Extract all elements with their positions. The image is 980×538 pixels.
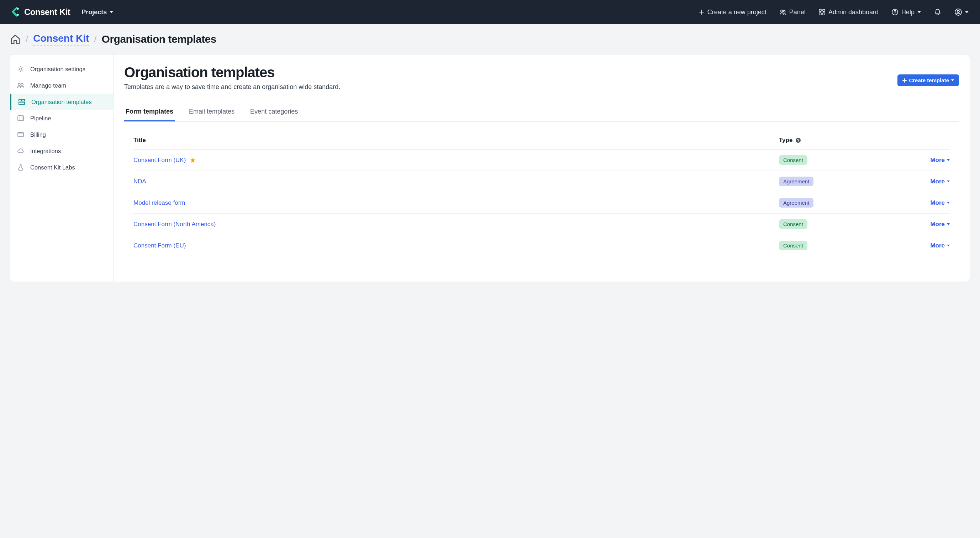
- logo-icon: [10, 7, 21, 18]
- chevron-down-icon: [110, 11, 113, 13]
- col-header-title: Title: [134, 137, 779, 144]
- sidebar-item-manage-team[interactable]: Manage team: [10, 77, 113, 94]
- sidebar-item-integrations[interactable]: Integrations: [10, 143, 113, 159]
- table-body: Consent Form (UK)ConsentMore NDAAgreemen…: [134, 150, 950, 256]
- chevron-down-icon: [947, 180, 950, 182]
- sidebar: Organisation settingsManage teamOrganisa…: [10, 54, 113, 282]
- brand-logo[interactable]: Consent Kit: [10, 7, 70, 18]
- svg-point-3: [783, 10, 785, 12]
- templates-table: Title Type ? Consent Form (UK)ConsentMor…: [134, 134, 950, 256]
- chevron-down-icon: [947, 159, 950, 161]
- svg-rect-15: [19, 99, 21, 101]
- type-badge: Agreement: [779, 177, 813, 186]
- plus-icon: [699, 9, 705, 15]
- col-header-actions: [907, 137, 950, 144]
- breadcrumb-current: Organisation templates: [102, 33, 216, 45]
- layout-icon: [18, 98, 25, 106]
- create-template-button[interactable]: Create template: [897, 74, 959, 86]
- more-menu[interactable]: More: [907, 221, 950, 228]
- card-icon: [17, 131, 25, 139]
- table-header: Title Type ?: [134, 134, 950, 150]
- svg-point-0: [17, 8, 19, 10]
- template-link[interactable]: NDA: [134, 178, 146, 185]
- type-badge: Consent: [779, 241, 807, 250]
- template-link[interactable]: Consent Form (EU): [134, 242, 186, 249]
- svg-point-9: [895, 14, 895, 14]
- sidebar-item-consent-kit-labs[interactable]: Consent Kit Labs: [10, 159, 113, 176]
- svg-rect-4: [819, 9, 821, 11]
- template-link[interactable]: Consent Form (UK): [134, 156, 186, 164]
- nav-create-project[interactable]: Create a new project: [697, 6, 768, 18]
- more-menu[interactable]: More: [907, 200, 950, 206]
- table-row: Consent Form (UK)ConsentMore: [134, 150, 950, 171]
- plus-icon: [902, 78, 907, 83]
- chevron-down-icon: [947, 244, 950, 246]
- sidebar-item-label: Consent Kit Labs: [30, 164, 75, 171]
- nav-panel[interactable]: Panel: [778, 6, 807, 18]
- home-icon[interactable]: [10, 34, 21, 45]
- svg-point-1: [17, 14, 19, 16]
- page-subtitle: Templates are a way to save time and cre…: [124, 83, 340, 91]
- main-content: Organisation templates Templates are a w…: [113, 54, 970, 282]
- svg-rect-16: [22, 99, 25, 101]
- sidebar-item-label: Integrations: [30, 148, 61, 155]
- flask-icon: [17, 163, 25, 171]
- sidebar-item-label: Organisation settings: [30, 66, 85, 73]
- table-row: Model release formAgreementMore: [134, 192, 950, 214]
- type-badge: Consent: [779, 219, 807, 229]
- page-header: Organisation templates Templates are a w…: [124, 62, 959, 94]
- nav-help[interactable]: Help: [890, 6, 922, 18]
- sidebar-item-billing[interactable]: Billing: [10, 126, 113, 143]
- breadcrumb-separator: /: [25, 34, 28, 45]
- users-icon: [779, 8, 786, 16]
- page-card: Organisation settingsManage teamOrganisa…: [10, 54, 970, 282]
- star-icon: [190, 157, 196, 163]
- nav-account[interactable]: [953, 6, 970, 18]
- svg-point-13: [18, 83, 20, 85]
- svg-point-14: [21, 83, 23, 85]
- columns-icon: [17, 114, 25, 122]
- col-header-type: Type ?: [779, 137, 907, 144]
- chevron-down-icon: [947, 223, 950, 225]
- sidebar-item-label: Organisation templates: [31, 99, 92, 105]
- tab-form-templates[interactable]: Form templates: [124, 104, 175, 121]
- sidebar-item-organisation-templates[interactable]: Organisation templates: [10, 94, 113, 110]
- tab-email-templates[interactable]: Email templates: [188, 104, 236, 121]
- svg-rect-18: [18, 116, 24, 121]
- table-row: NDAAgreementMore: [134, 171, 950, 192]
- svg-text:?: ?: [797, 138, 800, 142]
- sidebar-item-label: Billing: [30, 131, 46, 138]
- help-icon: [891, 8, 899, 16]
- more-menu[interactable]: More: [907, 156, 950, 164]
- table-row: Consent Form (EU)ConsentMore: [134, 235, 950, 256]
- sidebar-item-label: Manage team: [30, 82, 66, 89]
- sidebar-item-organisation-settings[interactable]: Organisation settings: [10, 61, 113, 77]
- more-menu[interactable]: More: [907, 178, 950, 185]
- svg-rect-5: [823, 9, 825, 11]
- type-badge: Consent: [779, 155, 807, 165]
- more-menu[interactable]: More: [907, 242, 950, 249]
- topnav: Consent Kit Projects Create a new projec…: [0, 0, 980, 24]
- brand-text: Consent Kit: [24, 7, 70, 17]
- breadcrumb: / Consent Kit / Organisation templates: [0, 24, 980, 48]
- bell-icon: [934, 8, 942, 16]
- nav-notifications[interactable]: [932, 6, 943, 18]
- table-row: Consent Form (North America)ConsentMore: [134, 214, 950, 235]
- grid-icon: [818, 8, 826, 16]
- cloud-icon: [17, 147, 25, 155]
- breadcrumb-org[interactable]: Consent Kit: [33, 33, 89, 46]
- tab-event-categories[interactable]: Event categories: [249, 104, 299, 121]
- help-icon[interactable]: ?: [795, 137, 801, 143]
- svg-rect-6: [819, 13, 821, 15]
- chevron-down-icon: [965, 11, 969, 13]
- nav-admin[interactable]: Admin dashboard: [817, 6, 880, 18]
- sidebar-item-label: Pipeline: [30, 115, 51, 122]
- sidebar-item-pipeline[interactable]: Pipeline: [10, 110, 113, 126]
- type-badge: Agreement: [779, 198, 813, 208]
- nav-projects[interactable]: Projects: [80, 6, 115, 18]
- svg-rect-17: [19, 102, 25, 104]
- template-link[interactable]: Consent Form (North America): [134, 221, 216, 228]
- template-link[interactable]: Model release form: [134, 200, 185, 206]
- breadcrumb-separator: /: [94, 34, 96, 45]
- svg-rect-19: [18, 133, 24, 137]
